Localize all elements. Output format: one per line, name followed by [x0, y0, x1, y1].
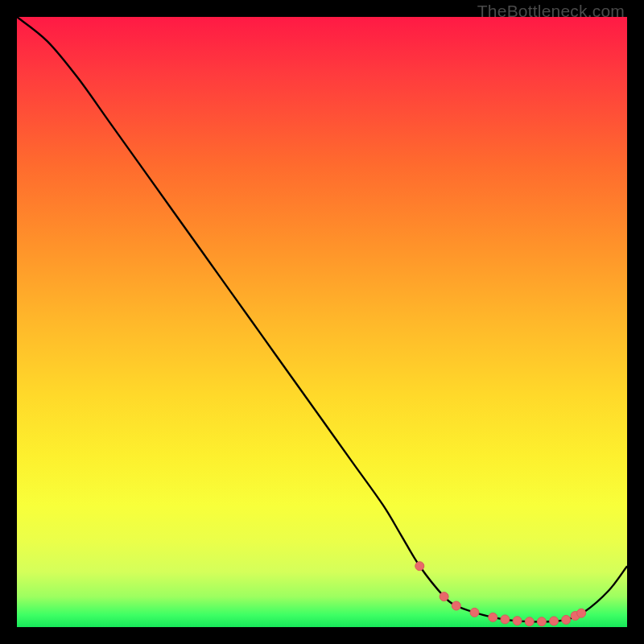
marker-dot	[489, 613, 497, 621]
marker-dot	[440, 592, 448, 601]
marker-dot	[501, 615, 510, 624]
chart-frame: TheBottleneck.com	[0, 0, 644, 644]
bottleneck-curve	[17, 17, 627, 621]
marker-dot	[537, 617, 546, 626]
marker-dot	[550, 617, 559, 625]
marker-dot	[525, 617, 534, 626]
marker-dot	[562, 615, 571, 624]
watermark-text: TheBottleneck.com	[477, 2, 625, 21]
plot-area	[17, 17, 627, 627]
marker-dot	[470, 608, 479, 617]
marker-dot	[452, 601, 460, 610]
marker-dot	[415, 562, 424, 571]
curve-svg	[17, 17, 627, 627]
marker-dot	[513, 617, 522, 625]
marker-dot	[577, 609, 586, 617]
marker-dots	[415, 562, 586, 626]
